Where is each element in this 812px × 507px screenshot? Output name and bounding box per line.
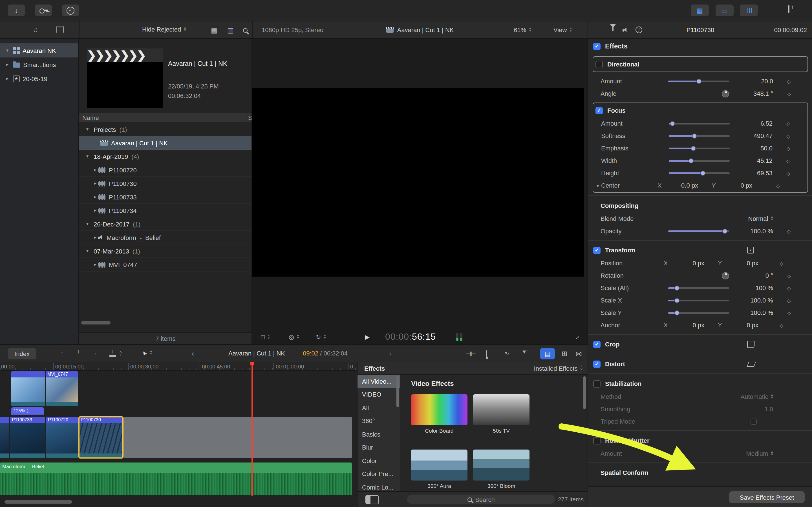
rolling-shutter-amount-popup[interactable]: Medium (746, 450, 773, 457)
disclosure-closed-icon[interactable] (93, 235, 98, 240)
background-tasks-button[interactable] (62, 4, 79, 16)
fullscreen-button[interactable] (573, 334, 580, 340)
param-value[interactable]: 6.52 (730, 120, 772, 127)
list-clip-row[interactable]: P1100730 (79, 177, 252, 190)
rotation-dial[interactable] (668, 272, 729, 279)
column-divider[interactable] (246, 113, 246, 122)
clip-appearance-button[interactable] (211, 26, 217, 34)
category-scrollbar[interactable] (396, 376, 399, 407)
index-button[interactable]: Index (8, 348, 36, 359)
category-all[interactable]: All (357, 401, 400, 414)
x-value[interactable]: -0.0 px (665, 182, 698, 189)
focus-effect-box[interactable]: Focus Amount 6.52 Softness 490.47 Emphas… (593, 103, 808, 193)
keyframe-button[interactable] (752, 182, 804, 189)
keyframe-button[interactable] (772, 170, 804, 176)
list-header[interactable]: Name S (79, 113, 252, 122)
disclosure-open-icon[interactable] (85, 154, 90, 159)
category-group-video[interactable]: VIDEO (357, 388, 400, 401)
keyframe-button[interactable] (773, 228, 805, 234)
keyframe-button[interactable] (772, 145, 804, 152)
trim-display-button[interactable] (466, 350, 475, 358)
connected-clip[interactable] (11, 371, 45, 406)
category-sidebar-toggle[interactable] (365, 495, 379, 504)
x-value[interactable]: 0 px (672, 322, 704, 328)
tripod-mode-checkbox[interactable] (751, 418, 757, 425)
category-comic-looks[interactable]: Comic Lo... (357, 481, 400, 491)
search-button[interactable] (243, 27, 248, 34)
primary-clip-p1100730-selected[interactable]: P1100730 (79, 417, 123, 458)
effects-checkbox[interactable] (593, 43, 601, 50)
effect-tile-color-board[interactable]: Color Board (411, 394, 467, 434)
library-row[interactable]: Aavaran NK (0, 43, 79, 57)
disclosure-open-icon[interactable] (85, 127, 90, 132)
list-group-row[interactable]: Projects (1) (79, 123, 252, 136)
param-value[interactable]: 490.47 (730, 132, 772, 139)
keyframe-button[interactable] (772, 120, 804, 127)
sidebar-item-smart-collections[interactable]: Smar...tions (0, 57, 79, 71)
x-value[interactable]: 0 px (672, 260, 704, 267)
effects-search-field[interactable]: Search (407, 495, 555, 504)
keyframe-button[interactable] (773, 78, 805, 84)
category-color[interactable]: Color (357, 454, 400, 467)
amount-slider[interactable] (669, 120, 730, 127)
param-value[interactable]: 0 ° (729, 272, 773, 279)
horizontal-scrollbar[interactable] (81, 321, 110, 325)
param-value[interactable]: 69.53 (730, 170, 772, 176)
transform-checkbox[interactable] (593, 246, 601, 254)
keyframe-button[interactable] (772, 157, 804, 164)
disclosure-closed-icon[interactable] (4, 76, 10, 81)
param-value[interactable]: 100.0 % (729, 297, 773, 304)
y-value[interactable]: 0 px (726, 322, 758, 328)
disclosure-closed-icon[interactable] (93, 194, 98, 200)
effects-scrollbar[interactable] (583, 376, 586, 409)
param-value[interactable]: 45.12 (730, 157, 772, 164)
category-blur[interactable]: Blur (357, 441, 400, 454)
list-project-row[interactable]: Aavaran | Cut 1 | NK (79, 136, 252, 150)
keyword-editor-button[interactable] (35, 4, 52, 16)
timeline-forward-button[interactable]: › (389, 349, 392, 358)
gap-clip[interactable] (123, 417, 352, 458)
effect-tile-360-bloom[interactable]: 360° Bloom (473, 450, 529, 489)
photos-audio-tab[interactable] (33, 26, 38, 34)
effect-tile-50s-tv[interactable]: 50s TV (473, 394, 529, 434)
param-value[interactable]: 348.1 ° (729, 90, 773, 97)
keyframe-button[interactable] (758, 260, 805, 267)
keyframe-button[interactable] (773, 284, 805, 291)
retime-badge[interactable]: 125% (11, 407, 44, 414)
effects-tool-menu[interactable] (289, 333, 299, 341)
y-value[interactable]: 0 px (719, 182, 752, 189)
directional-header[interactable]: Directional (593, 57, 808, 71)
titles-generators-tab[interactable] (56, 26, 64, 33)
stabilization-checkbox[interactable] (593, 380, 601, 387)
list-clip-row[interactable]: MVI_0747 (79, 258, 252, 272)
timeline-clip-title[interactable]: Aavaran | Cut 1 | NK (229, 350, 285, 356)
column-name[interactable]: Name (79, 114, 99, 121)
category-all-video[interactable]: All Video... (357, 375, 400, 388)
transform-onscreen-icon[interactable] (747, 247, 754, 253)
connected-clip-mvi-0747[interactable]: MVI_0747 (46, 371, 78, 406)
opacity-slider[interactable] (668, 227, 729, 235)
project-thumbnail[interactable] (87, 62, 163, 108)
primary-clip-p1100733[interactable]: P1100733 (10, 417, 45, 458)
save-effects-preset-button[interactable]: Save Effects Preset (729, 491, 805, 503)
skimming-button[interactable] (504, 350, 509, 357)
directional-effect-box[interactable]: Directional (593, 56, 808, 72)
filter-dropdown[interactable]: Hide Rejected (142, 26, 186, 33)
timeline-horizontal-scrollbar[interactable] (4, 500, 72, 504)
param-value[interactable]: 20.0 (729, 78, 773, 84)
softness-slider[interactable] (669, 132, 730, 139)
project-filmstrip-chevrons[interactable]: ❯❯❯❯❯❯❯ (87, 48, 163, 62)
audio-meters[interactable] (456, 333, 462, 341)
category-basics[interactable]: Basics (357, 428, 400, 441)
toggle-inspector-button[interactable] (740, 4, 758, 16)
emphasis-slider[interactable] (669, 145, 730, 152)
disclosure-closed-icon[interactable] (93, 262, 98, 267)
scale-y-slider[interactable] (668, 309, 729, 316)
disclosure-open-icon[interactable] (85, 221, 90, 226)
installed-effects-menu[interactable]: Installed Effects (534, 365, 583, 372)
list-clip-row[interactable]: P1100720 (79, 163, 252, 177)
av-output-button[interactable] (575, 350, 582, 358)
param-value[interactable]: 100.0 % (729, 309, 773, 316)
dual-display-button[interactable] (562, 350, 567, 358)
disclosure-closed-icon[interactable] (93, 181, 98, 186)
